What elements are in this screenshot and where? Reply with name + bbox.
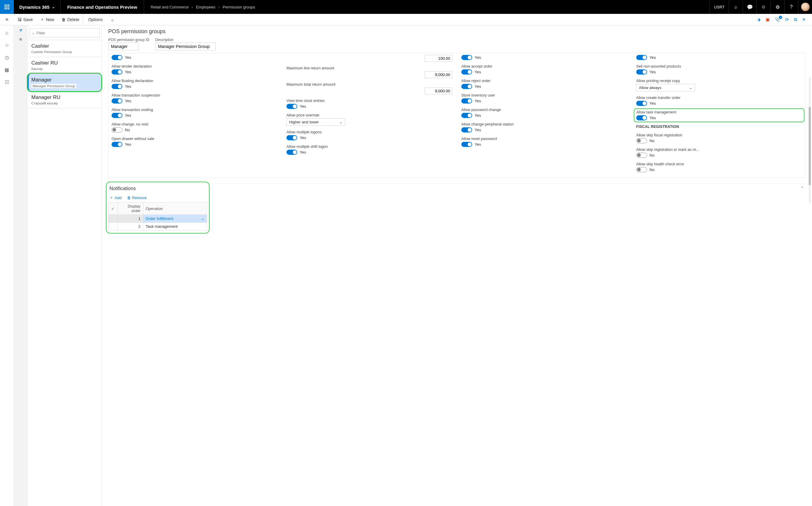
toggle-value: Yes (649, 115, 656, 120)
list-item[interactable]: Cashier Cashier Permission Group (28, 40, 101, 57)
toggle[interactable] (287, 104, 297, 109)
toggle[interactable] (461, 113, 472, 118)
scrollbar-thumb[interactable] (809, 107, 811, 185)
chevron-down-icon: ⌄ (201, 216, 204, 221)
column-header[interactable]: Operation (143, 202, 207, 215)
list-icon[interactable]: ≣ (19, 37, 22, 41)
search-icon[interactable]: ⌕ (729, 0, 743, 14)
save-button[interactable]: 🖫Save (14, 17, 36, 22)
remove-button[interactable]: 🗑Remove (127, 195, 146, 200)
smile-icon[interactable]: ☺ (756, 0, 771, 14)
table-row[interactable]: 2 Task management (109, 223, 207, 231)
toggle[interactable] (461, 98, 472, 103)
toggle[interactable] (112, 142, 122, 147)
price-override-select[interactable]: Higher and lower⌄ (287, 118, 345, 126)
toggle[interactable] (636, 101, 647, 106)
search-action[interactable]: ⌕ (108, 17, 117, 22)
toggle[interactable] (636, 138, 647, 143)
refresh-icon[interactable]: ⟳ (785, 17, 789, 22)
breadcrumb-item[interactable]: Employees (196, 5, 215, 9)
row-checkbox[interactable] (109, 215, 118, 223)
toggle-value: Yes (649, 70, 656, 74)
delete-button[interactable]: 🗑Delete (58, 17, 83, 22)
action-right: ⬗ ▣ 📎0 ⟳ ⧉ ✕ (757, 17, 812, 22)
waffle-icon (5, 5, 9, 9)
chevron-down-icon: ⌄ (689, 85, 692, 90)
toggle[interactable] (636, 55, 647, 60)
add-button[interactable]: ＋Add (109, 195, 121, 200)
toggle[interactable] (112, 55, 122, 60)
toggle[interactable] (461, 127, 472, 133)
display-order-cell[interactable]: 2 (118, 223, 143, 231)
filter-input[interactable] (36, 31, 97, 35)
options-button[interactable]: Options (83, 14, 107, 25)
pos-group-id-input[interactable] (108, 43, 138, 51)
toggle[interactable] (636, 167, 647, 172)
toggle[interactable] (636, 153, 647, 158)
toggle-value: Yes (300, 136, 306, 140)
max-line-return-input[interactable] (424, 71, 452, 78)
office-icon[interactable]: ▣ (766, 17, 770, 22)
help-icon[interactable]: ? (784, 0, 798, 14)
list-item[interactable]: Manager RU Старший кассир (28, 91, 101, 108)
star-icon[interactable]: ☆ (5, 42, 9, 48)
toggle[interactable] (461, 69, 472, 75)
toggle[interactable] (461, 142, 472, 147)
avatar[interactable] (798, 0, 812, 14)
chevron-right-icon: › (218, 5, 219, 9)
app-launcher[interactable] (0, 0, 14, 14)
column-header[interactable]: Display order (118, 202, 143, 215)
breadcrumb-item[interactable]: Retail and Commerce (151, 5, 189, 9)
toggle[interactable] (636, 69, 647, 75)
popout-icon[interactable]: ⧉ (794, 17, 797, 22)
gear-icon[interactable]: ⚙ (771, 0, 784, 14)
scrollbar[interactable] (809, 77, 811, 203)
table-row[interactable]: 1 Order fulfillment⌄ (109, 215, 207, 223)
notifications-header[interactable]: Notifications ⌃ (108, 183, 805, 193)
workspace-icon[interactable]: ▦ (5, 67, 9, 73)
toggle[interactable] (461, 84, 472, 89)
amount-input[interactable] (424, 55, 452, 62)
toggle[interactable] (112, 84, 122, 89)
row-checkbox[interactable] (109, 223, 118, 231)
toggle-value: Yes (649, 55, 656, 60)
chat-icon[interactable]: 💬 (743, 0, 756, 14)
new-button[interactable]: ＋New (36, 17, 58, 22)
toggle[interactable] (287, 135, 297, 140)
display-order-cell[interactable]: 1 (118, 215, 143, 223)
list-item-selected[interactable]: Manager Manager Permission Group (28, 74, 101, 91)
select-all-checkbox[interactable]: ✓ (109, 202, 118, 215)
operation-cell[interactable]: Task management (143, 223, 207, 231)
description-input[interactable] (155, 43, 216, 51)
list-item-sub: Cashier Permission Group (31, 50, 98, 54)
toggle[interactable] (461, 55, 472, 60)
list-item-title: Cashier RU (31, 60, 98, 66)
toggle-value: No (649, 153, 654, 158)
brand-menu[interactable]: Dynamics 365 ⌄ (14, 0, 61, 14)
allow-task-management-toggle[interactable] (636, 115, 647, 120)
toggle[interactable] (112, 98, 122, 103)
recent-icon[interactable]: ◷ (5, 55, 9, 60)
filter-input-wrap[interactable]: ⌕ (29, 28, 100, 37)
funnel-icon[interactable]: ⧩ (19, 28, 22, 33)
toggle[interactable] (112, 113, 122, 118)
attachments-button[interactable]: 📎0 (775, 17, 780, 22)
receipt-copy-select[interactable]: Allow always⌄ (636, 84, 695, 91)
list-item[interactable]: Cashier RU Кассир (28, 57, 101, 74)
breadcrumb-item[interactable]: Permission groups (223, 5, 256, 9)
chevron-down-icon: ⌄ (52, 5, 55, 9)
operation-cell[interactable]: Order fulfillment⌄ (143, 215, 207, 223)
max-total-return-input[interactable] (424, 87, 452, 94)
toggle[interactable] (112, 127, 122, 133)
company-picker[interactable]: USRT (709, 0, 729, 14)
field-label: Allow change, no void (112, 122, 277, 126)
modules-icon[interactable]: ☷ (5, 79, 9, 85)
notifications-table: ✓ Display order Operation 1 Order fulfil… (108, 202, 207, 231)
nav-toggle[interactable]: ≡ (0, 17, 14, 22)
close-icon[interactable]: ✕ (802, 17, 806, 22)
home-icon[interactable]: ⌂ (5, 30, 8, 35)
toggle[interactable] (112, 69, 122, 75)
field-label: Maximum total return amount (287, 82, 452, 87)
toggle[interactable] (287, 150, 297, 155)
link-icon[interactable]: ⬗ (757, 17, 761, 22)
